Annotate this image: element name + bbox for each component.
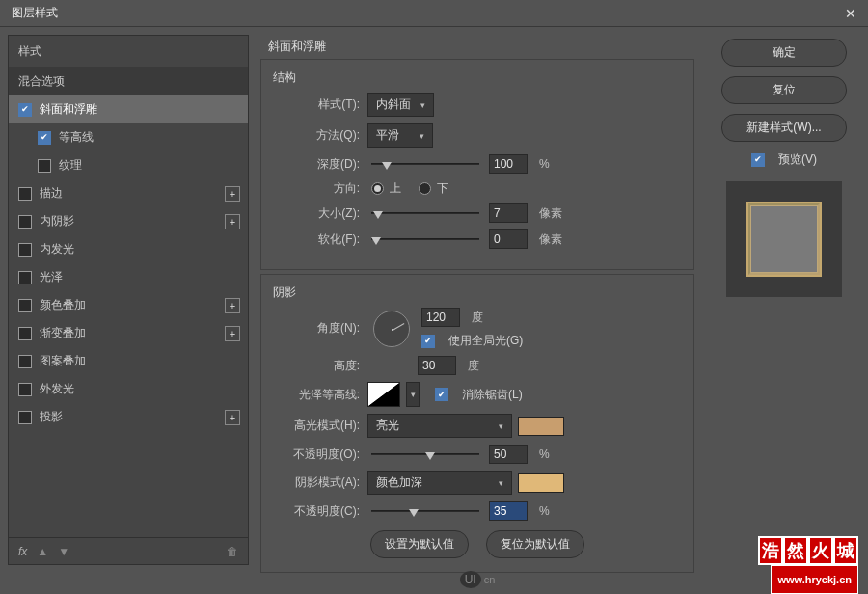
direction-up-radio[interactable] <box>371 182 384 195</box>
arrow-up-icon[interactable]: ▲ <box>37 545 48 558</box>
soften-slider[interactable] <box>371 238 479 240</box>
gloss-contour-dropdown[interactable]: ▾ <box>406 382 420 407</box>
make-default-button[interactable]: 设置为默认值 <box>370 530 469 558</box>
style-item-label: 纹理 <box>59 157 82 174</box>
size-input[interactable]: 7 <box>489 203 528 223</box>
styles-header: 样式 <box>9 36 248 68</box>
style-checkbox[interactable] <box>18 299 32 312</box>
direction-label: 方向: <box>273 180 362 197</box>
style-checkbox[interactable] <box>18 103 32 117</box>
style-row: 样式(T): 内斜面 ▾ <box>273 93 682 117</box>
add-effect-icon[interactable]: + <box>225 186 240 202</box>
gloss-contour-row: 光泽等高线: ▾ 消除锯齿(L) <box>273 382 682 407</box>
soften-input[interactable]: 0 <box>489 230 528 249</box>
size-unit: 像素 <box>539 205 562 222</box>
style-checkbox[interactable] <box>18 355 32 368</box>
section-title: 斜面和浮雕 <box>268 39 694 55</box>
chevron-down-icon: ▾ <box>420 131 424 141</box>
angle-input[interactable]: 120 <box>421 308 460 327</box>
technique-value: 平滑 <box>376 127 399 144</box>
shadow-opacity-input[interactable]: 35 <box>489 501 528 521</box>
highlight-mode-label: 高光模式(H): <box>273 418 362 434</box>
window-title: 图层样式 <box>12 5 58 21</box>
chevron-down-icon: ▾ <box>499 421 503 431</box>
direction-down-radio[interactable] <box>419 182 431 195</box>
style-checkbox[interactable] <box>18 383 32 396</box>
style-item-label: 等高线 <box>59 129 94 146</box>
style-checkbox[interactable] <box>18 327 32 340</box>
highlight-mode-value: 亮光 <box>376 418 399 434</box>
shadow-opacity-unit: % <box>539 504 550 518</box>
style-item[interactable]: 纹理 <box>9 151 248 179</box>
style-item[interactable]: 内发光 <box>9 235 248 263</box>
style-item[interactable]: 渐变叠加+ <box>9 319 248 347</box>
style-checkbox[interactable] <box>38 159 51 173</box>
reset-default-button[interactable]: 复位为默认值 <box>486 530 584 558</box>
style-label: 样式(T): <box>273 96 362 113</box>
style-value: 内斜面 <box>376 96 411 113</box>
ok-button[interactable]: 确定 <box>721 39 847 67</box>
technique-dropdown[interactable]: 平滑 ▾ <box>367 123 433 148</box>
style-item[interactable]: 图案叠加 <box>9 347 248 375</box>
depth-slider[interactable] <box>371 163 479 165</box>
highlight-opacity-slider[interactable] <box>371 453 479 455</box>
options-panel: 斜面和浮雕 结构 样式(T): 内斜面 ▾ 方法(Q): 平滑 ▾ 深度(D): <box>249 35 706 557</box>
highlight-color-swatch[interactable] <box>518 417 564 436</box>
direction-row: 方向: 上 下 <box>273 180 682 197</box>
style-item[interactable]: 光泽 <box>9 263 248 291</box>
angle-unit: 度 <box>472 310 483 326</box>
angle-dial[interactable] <box>373 310 410 347</box>
style-item[interactable]: 斜面和浮雕 <box>9 95 248 123</box>
blend-options[interactable]: 混合选项 <box>9 68 248 95</box>
style-checkbox[interactable] <box>38 131 51 145</box>
chevron-down-icon: ▾ <box>420 100 425 110</box>
global-light-label: 使用全局光(G) <box>448 333 523 349</box>
depth-label: 深度(D): <box>273 156 362 173</box>
fx-icon[interactable]: fx <box>18 545 27 558</box>
add-effect-icon[interactable]: + <box>225 410 240 425</box>
antialias-checkbox[interactable] <box>435 388 448 401</box>
depth-unit: % <box>539 157 550 171</box>
shading-fieldset: 阴影 角度(N): 120 度 使用全局光(G) <box>260 274 694 573</box>
cancel-button[interactable]: 复位 <box>721 76 847 104</box>
preview-checkbox[interactable] <box>751 153 765 167</box>
size-slider[interactable] <box>371 212 479 214</box>
depth-input[interactable]: 100 <box>489 154 528 174</box>
add-effect-icon[interactable]: + <box>225 326 240 341</box>
style-checkbox[interactable] <box>18 187 32 201</box>
style-checkbox[interactable] <box>18 215 32 229</box>
trash-icon[interactable]: 🗑 <box>227 545 238 558</box>
style-dropdown[interactable]: 内斜面 ▾ <box>367 93 434 117</box>
style-checkbox[interactable] <box>18 411 32 424</box>
structure-fieldset: 结构 样式(T): 内斜面 ▾ 方法(Q): 平滑 ▾ 深度(D): 100 <box>260 59 694 270</box>
style-checkbox[interactable] <box>18 243 32 256</box>
add-effect-icon[interactable]: + <box>225 298 240 313</box>
style-item[interactable]: 颜色叠加+ <box>9 291 248 319</box>
technique-label: 方法(Q): <box>273 127 362 144</box>
shadow-opacity-slider[interactable] <box>371 510 479 512</box>
watermark: 浩 然 火 城 www.hryckj.cn <box>758 536 858 594</box>
close-icon[interactable]: ✕ <box>845 6 856 21</box>
new-style-button[interactable]: 新建样式(W)... <box>721 114 847 142</box>
structure-title: 结构 <box>273 69 682 86</box>
technique-row: 方法(Q): 平滑 ▾ <box>273 123 682 148</box>
style-item[interactable]: 投影+ <box>9 403 248 431</box>
style-item-label: 图案叠加 <box>40 353 86 369</box>
gloss-contour-swatch[interactable] <box>367 382 400 407</box>
watermark-char: 浩 <box>758 536 783 565</box>
global-light-checkbox[interactable] <box>421 335 435 348</box>
watermark-url: www.hryckj.cn <box>771 565 858 594</box>
add-effect-icon[interactable]: + <box>225 214 240 230</box>
shadow-opacity-row: 不透明度(C): 35 % <box>273 501 682 521</box>
shadow-color-swatch[interactable] <box>518 473 564 493</box>
style-item[interactable]: 外发光 <box>9 375 248 403</box>
highlight-mode-dropdown[interactable]: 亮光 ▾ <box>367 414 512 438</box>
shadow-mode-dropdown[interactable]: 颜色加深 ▾ <box>367 471 512 495</box>
highlight-opacity-input[interactable]: 50 <box>489 445 528 464</box>
style-item[interactable]: 描边+ <box>9 179 248 207</box>
style-item[interactable]: 等高线 <box>9 123 248 151</box>
altitude-input[interactable]: 30 <box>418 356 456 375</box>
style-checkbox[interactable] <box>18 271 32 284</box>
style-item[interactable]: 内阴影+ <box>9 207 248 235</box>
arrow-down-icon[interactable]: ▼ <box>58 545 69 558</box>
